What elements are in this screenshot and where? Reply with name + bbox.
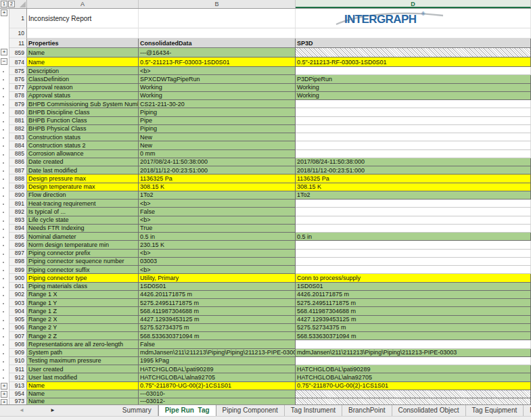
- sp3d-cell[interactable]: 4426.201171875 m: [296, 291, 531, 299]
- sheet-tab-tag-instrument[interactable]: Tag Instrument: [285, 405, 342, 416]
- outline-expand-button[interactable]: +: [1, 391, 7, 398]
- property-cell[interactable]: User created: [27, 365, 139, 373]
- sp3d-cell[interactable]: 1SD0S01: [296, 283, 531, 291]
- sheet-tab-pipelinetag[interactable]: PipelineTag: [524, 405, 531, 416]
- sp3d-cell[interactable]: 1136325 Pa: [296, 174, 531, 183]
- consolidated-cell[interactable]: 568.533630371094 m: [139, 332, 296, 340]
- grid-corner[interactable]: 1 2: [0, 0, 27, 8]
- property-cell[interactable]: Range 1 Y: [27, 299, 139, 307]
- sp3d-cell[interactable]: [296, 250, 531, 258]
- consolidated-cell[interactable]: Working: [139, 84, 296, 92]
- sp3d-cell[interactable]: [296, 133, 531, 141]
- column-header-b[interactable]: B: [139, 0, 296, 8]
- sp3d-cell[interactable]: [296, 241, 531, 249]
- row-number[interactable]: 894: [9, 225, 27, 233]
- sp3d-cell[interactable]: [296, 357, 531, 365]
- tab-scroll-right-icon[interactable]: ►: [50, 405, 55, 416]
- sp3d-cell[interactable]: mdmJansen\211\211213\Piping\Piping\21121…: [296, 349, 531, 357]
- row-number[interactable]: 908: [9, 340, 27, 348]
- consolidated-cell[interactable]: 308.15 K: [139, 183, 296, 191]
- consolidated-cell[interactable]: 03003: [139, 258, 296, 266]
- sp3d-cell[interactable]: [296, 141, 531, 149]
- property-cell[interactable]: Range 2 Z: [27, 332, 139, 340]
- consolidated-cell[interactable]: Piping: [139, 108, 296, 116]
- consolidated-cell[interactable]: True: [139, 225, 296, 233]
- row-number[interactable]: 907: [9, 332, 27, 340]
- consolidated-cell[interactable]: ---@16434-: [139, 48, 296, 57]
- consolidated-cell[interactable]: <b>: [139, 266, 296, 274]
- sp3d-cell[interactable]: [296, 48, 531, 57]
- empty-cell[interactable]: [139, 28, 296, 39]
- row-number[interactable]: 911: [9, 365, 27, 373]
- consolidated-cell[interactable]: <b>: [139, 250, 296, 258]
- consolidated-cell[interactable]: 2017/08/24-11:50:38:000: [139, 158, 296, 166]
- sp3d-cell[interactable]: [296, 108, 531, 116]
- sheet-tab-tag-equipment[interactable]: Tag Equipment: [466, 405, 524, 416]
- property-cell[interactable]: Piping connector type: [27, 274, 139, 282]
- outline-collapse-button[interactable]: −: [1, 58, 7, 65]
- row-number[interactable]: 954: [9, 390, 27, 398]
- consolidated-cell[interactable]: <b>: [139, 216, 296, 225]
- property-cell[interactable]: Name: [27, 390, 139, 398]
- property-cell[interactable]: Nominal diameter: [27, 233, 139, 241]
- sp3d-cell[interactable]: HATCHGLOBAL\alna92705: [296, 373, 531, 381]
- consolidated-cell[interactable]: 4426.201171875 m: [139, 291, 296, 299]
- consolidated-cell[interactable]: Working: [139, 92, 296, 100]
- row-number[interactable]: 886: [9, 158, 27, 166]
- sp3d-cell[interactable]: [296, 150, 531, 158]
- consolidated-cell[interactable]: 4427.12939453125 m: [139, 316, 296, 324]
- property-cell[interactable]: Name: [27, 57, 139, 67]
- sp3d-cell[interactable]: P3DPipeRun: [296, 75, 531, 83]
- consolidated-cell[interactable]: 1136325 Pa: [139, 174, 296, 183]
- consolidated-cell[interactable]: 1To2: [139, 191, 296, 200]
- empty-cell[interactable]: [296, 28, 531, 39]
- consolidated-cell[interactable]: 5275.24951171875 m: [139, 299, 296, 307]
- row-number[interactable]: 893: [9, 216, 27, 225]
- property-cell[interactable]: Piping connector sequence number: [27, 258, 139, 266]
- consolidated-cell[interactable]: CS21-211-30-20: [139, 100, 296, 108]
- row-number[interactable]: 895: [9, 233, 27, 241]
- property-cell[interactable]: Range 1 X: [27, 291, 139, 299]
- row-number[interactable]: 888: [9, 174, 27, 183]
- tab-scroll-left-icon[interactable]: ◄: [19, 405, 24, 416]
- row-number[interactable]: 880: [9, 108, 27, 116]
- property-cell[interactable]: BHPB Discipline Class: [27, 108, 139, 116]
- row-number[interactable]: 891: [9, 200, 27, 208]
- row-number[interactable]: 887: [9, 166, 27, 174]
- consolidated-cell[interactable]: SPXCDWTagPipeRun: [139, 75, 296, 83]
- row-number[interactable]: 892: [9, 208, 27, 216]
- property-cell[interactable]: Name: [27, 398, 139, 404]
- property-cell[interactable]: Needs FTR Indexing: [27, 225, 139, 233]
- row-number[interactable]: 898: [9, 258, 27, 266]
- sp3d-cell[interactable]: [296, 117, 531, 125]
- row-number[interactable]: 882: [9, 125, 27, 133]
- consolidated-cell[interactable]: 0.75"-211870-UG-00(2)-1CS1S01: [139, 382, 296, 390]
- row-number[interactable]: 1: [9, 9, 27, 28]
- consolidated-cell[interactable]: HATCHGLOBAL\pati90289: [139, 365, 296, 373]
- consolidated-cell[interactable]: 230.15 K: [139, 241, 296, 249]
- consolidated-cell[interactable]: <b>: [139, 67, 296, 75]
- consolidated-cell[interactable]: 2018/11/12-00:23:51:000: [139, 166, 296, 174]
- property-cell[interactable]: Is typical of ...: [27, 208, 139, 216]
- header-cell-properties[interactable]: Properties: [27, 39, 139, 48]
- row-number[interactable]: 878: [9, 92, 27, 100]
- sp3d-cell[interactable]: 2018/11/12-00:23:51:000: [296, 166, 531, 174]
- header-cell-sp3d[interactable]: SP3D: [296, 39, 531, 48]
- select-all-icon[interactable]: [20, 1, 26, 7]
- report-title-cell[interactable]: Inconsistency Report: [27, 9, 139, 28]
- row-number[interactable]: 900: [9, 274, 27, 282]
- sp3d-cell[interactable]: Conn to process/supply: [296, 274, 531, 282]
- row-number[interactable]: 10: [9, 28, 27, 39]
- property-cell[interactable]: Range 2 X: [27, 316, 139, 324]
- sp3d-cell[interactable]: [296, 67, 531, 75]
- property-cell[interactable]: Range 1 Z: [27, 307, 139, 315]
- consolidated-cell[interactable]: ---03010-: [139, 390, 296, 398]
- sheet-tab-piping-component[interactable]: Piping Component: [216, 405, 285, 416]
- sheet-tab-consolidated-object[interactable]: Consolidated Object: [392, 405, 466, 416]
- row-number[interactable]: 913: [9, 382, 27, 390]
- logo-cell[interactable]: INTERGRAPH ®: [296, 9, 531, 28]
- header-cell-consolidateddata[interactable]: ConsolidatedData: [139, 39, 296, 48]
- consolidated-cell[interactable]: Pipe: [139, 117, 296, 125]
- sp3d-cell[interactable]: [296, 398, 531, 404]
- property-cell[interactable]: ClassDefinition: [27, 75, 139, 83]
